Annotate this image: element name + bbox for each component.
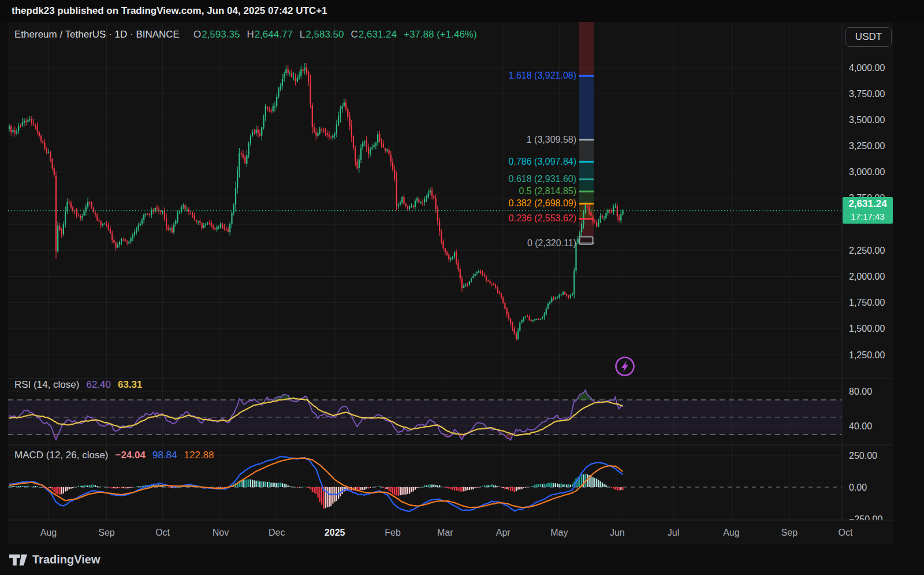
tradingview-logo-icon[interactable] (9, 554, 27, 566)
close-value: 2,631.24 (359, 29, 397, 40)
fib-retracement-bands (579, 22, 594, 243)
last-price: 2,631.24 (843, 197, 893, 211)
fib-drag-handle[interactable] (580, 237, 593, 244)
macd-legend: MACD (12, 26, close)−24.0498.84122.88 (14, 450, 214, 461)
price-tick-label: 3,250.00 (849, 141, 885, 151)
chart-container[interactable]: 1.618 (3,921.08)1 (3,309.58)0.786 (3,097… (8, 22, 893, 544)
macd-signal-value: 122.88 (184, 450, 214, 461)
open-value: 2,593.35 (202, 29, 240, 40)
high-label: H (247, 29, 254, 40)
high-value: 2,644.77 (255, 29, 293, 40)
change-value: +37.88 (+1.46%) (404, 29, 477, 40)
price-tick-label: 1,250.00 (849, 350, 885, 360)
macd-tick-label: 250.00 (849, 451, 877, 461)
currency-toggle-button[interactable]: USDT (845, 27, 892, 47)
price-tick-label: 3,750.00 (849, 89, 885, 99)
month-label: Aug (723, 528, 739, 537)
rsi-tick-label: 80.00 (849, 387, 872, 396)
attribution-text: thepdk23 published on TradingView.com, J… (12, 5, 327, 16)
rsi-ma-value: 63.31 (118, 379, 143, 390)
chart-background (8, 22, 893, 544)
fib-label: 0.236 (2,553.62) (509, 213, 576, 223)
month-label: Apr (496, 528, 511, 537)
countdown-timer: 17:17:43 (843, 211, 893, 222)
fib-label: 0.5 (2,814.85) (519, 186, 576, 196)
fib-label: 0 (2,320.11) (527, 238, 576, 248)
fib-label: 0.618 (2,931.60) (509, 174, 576, 184)
chart-canvas[interactable]: 1.618 (3,921.08)1 (3,309.58)0.786 (3,097… (8, 22, 893, 544)
price-tick-label: 1,750.00 (849, 298, 885, 307)
price-tick-label: 4,000.00 (849, 63, 885, 73)
footer: TradingView (0, 544, 924, 575)
rsi-value: 62.40 (86, 379, 111, 390)
fib-label: 1 (3,309.58) (527, 135, 576, 144)
rsi-tick-label: 40.00 (849, 421, 872, 431)
fib-label: 0.382 (2,698.09) (509, 198, 576, 208)
rsi-band (8, 400, 842, 435)
month-label: Nov (213, 528, 229, 537)
time-axis[interactable]: AugSepOctNovDec2025FebMarAprMayJunJulAug… (40, 528, 853, 537)
price-tick-label: 3,500.00 (849, 115, 885, 125)
open-label: O (193, 29, 201, 40)
low-label: L (300, 29, 305, 40)
month-label: Feb (385, 528, 401, 537)
month-label: Sep (781, 528, 798, 537)
month-label: May (550, 528, 568, 537)
month-label: Oct (839, 528, 853, 537)
macd-line-value: 98.84 (152, 450, 177, 461)
last-price-badge: 2,631.24 17:17:43 (843, 197, 893, 224)
month-label: Oct (155, 528, 170, 537)
symbol-title[interactable]: Ethereum / TetherUS · 1D · BINANCE (14, 29, 180, 40)
price-tick-label: 2,000.00 (849, 272, 885, 281)
month-label: 2025 (325, 528, 345, 537)
macd-title: MACD (12, 26, close) (14, 450, 109, 461)
tradingview-brand[interactable]: TradingView (32, 553, 100, 566)
month-label: Sep (98, 528, 115, 537)
month-label: Mar (437, 528, 453, 537)
rsi-legend: RSI (14, close)62.4063.31 (14, 379, 143, 391)
price-tick-label: 1,500.00 (849, 324, 885, 333)
close-label: C (351, 29, 358, 40)
month-label: Dec (269, 528, 285, 537)
month-label: Jun (610, 528, 625, 537)
low-value: 2,583.50 (305, 29, 344, 40)
attribution-bar: thepdk23 published on TradingView.com, J… (0, 0, 924, 22)
month-label: Jul (668, 528, 679, 537)
month-label: Aug (40, 528, 57, 537)
rsi-title: RSI (14, close) (14, 379, 79, 390)
fib-label: 1.618 (3,921.08) (509, 71, 576, 80)
macd-hist-value: −24.04 (116, 450, 146, 461)
macd-tick-label: 0.00 (849, 483, 867, 492)
price-tick-label: 3,000.00 (849, 167, 885, 177)
fib-label: 0.786 (3,097.84) (509, 157, 576, 166)
price-tick-label: 2,250.00 (849, 246, 885, 255)
page: thepdk23 published on TradingView.com, J… (0, 0, 924, 575)
symbol-legend: Ethereum / TetherUS · 1D · BINANCEO2,593… (14, 29, 477, 40)
